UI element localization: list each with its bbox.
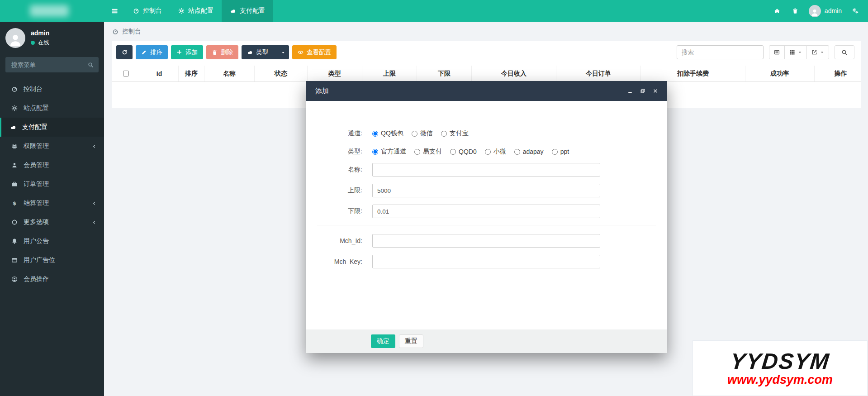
lower-limit-field-row: 下限: <box>313 204 667 219</box>
dialog-footer: 确定 重置 <box>306 329 667 353</box>
channel-radio[interactable] <box>412 131 417 137</box>
channel-radio[interactable] <box>441 131 447 137</box>
type-option-2[interactable]: 易支付 <box>414 148 442 156</box>
sidebar-item-8[interactable]: 更多选项 <box>0 213 104 232</box>
mch-id-input[interactable] <box>372 234 600 248</box>
type-radio[interactable] <box>552 149 558 155</box>
trash-button[interactable] <box>786 0 804 22</box>
type-option-label: 易支付 <box>423 148 442 156</box>
lower-limit-label: 下限: <box>313 207 362 215</box>
user-icon <box>8 33 23 48</box>
search-icon <box>88 62 94 68</box>
column-header-9: 今日订单 <box>556 66 640 81</box>
channel-option-2[interactable]: 微信 <box>412 129 433 138</box>
type-option-5[interactable]: adapay <box>514 148 544 155</box>
user-icon <box>10 162 19 168</box>
caret-down-icon[interactable] <box>277 45 289 59</box>
channel-option-label: QQ钱包 <box>381 129 403 138</box>
lower-limit-input[interactable] <box>372 205 600 218</box>
column-header-5: 类型 <box>307 66 362 81</box>
confirm-button[interactable]: 确定 <box>371 334 395 348</box>
sidebar-item-4[interactable]: 权限管理 <box>0 137 104 156</box>
type-radio[interactable] <box>514 149 520 155</box>
watermark: YYDSYM www.yydsym.com <box>693 340 868 396</box>
type-radio[interactable] <box>372 149 378 155</box>
sidebar-toggle-button[interactable] <box>104 0 125 22</box>
sidebar-item-3[interactable]: 支付配置 <box>0 118 104 137</box>
channel-option-1[interactable]: QQ钱包 <box>372 129 403 138</box>
add-dialog: 添加 通道: QQ钱包微信支付宝 类型: 官方通道易支付QQD0小微adapay… <box>306 81 667 353</box>
export-icon <box>811 49 817 55</box>
name-field-row: 名称: <box>313 162 667 177</box>
user-menu[interactable]: admin <box>804 5 846 17</box>
top-nav-item-3[interactable]: 支付配置 <box>222 0 273 22</box>
sidebar-search-input[interactable] <box>10 61 88 69</box>
name-input[interactable] <box>372 163 600 177</box>
column-header-3: 名称 <box>204 66 254 81</box>
type-option-4[interactable]: 小微 <box>485 148 506 156</box>
column-header-10: 扣除手续费 <box>640 66 745 81</box>
sidebar-item-6[interactable]: 订单管理 <box>0 175 104 194</box>
button-label: 删除 <box>221 48 233 57</box>
upper-limit-field-row: 上限: <box>313 183 667 198</box>
restore-button[interactable] <box>637 86 648 96</box>
column-header-8: 今日收入 <box>471 66 556 81</box>
sidebar-item-2[interactable]: 站点配置 <box>0 99 104 118</box>
sidebar-item-11[interactable]: 会员操作 <box>0 270 104 289</box>
search-button[interactable] <box>835 45 854 59</box>
refresh-button[interactable] <box>116 45 133 59</box>
dialog-titlebar[interactable]: 添加 <box>306 81 667 101</box>
select-all-checkbox[interactable] <box>123 71 129 76</box>
close-button[interactable] <box>650 86 661 96</box>
user-circle-icon <box>10 276 19 282</box>
dollar-icon: $ <box>10 200 19 206</box>
settings-button[interactable] <box>846 0 864 22</box>
sort-button[interactable]: 排序 <box>136 45 168 59</box>
sidebar-item-10[interactable]: 用户广告位 <box>0 251 104 270</box>
add-button[interactable]: 添加 <box>171 45 203 59</box>
columns-button[interactable] <box>784 45 807 59</box>
sidebar-item-9[interactable]: 用户公告 <box>0 232 104 251</box>
mch-key-input[interactable] <box>372 255 600 268</box>
view-config-button[interactable]: 查看配置 <box>292 45 337 59</box>
sidebar-item-label: 站点配置 <box>24 104 49 112</box>
upper-limit-input[interactable] <box>372 184 600 197</box>
type-radio[interactable] <box>414 149 420 155</box>
channel-radio-group: QQ钱包微信支付宝 <box>372 129 477 138</box>
minimize-button[interactable] <box>625 86 636 96</box>
top-nav-item-2[interactable]: 站点配置 <box>170 0 222 22</box>
export-button[interactable] <box>806 45 829 59</box>
sidebar-item-label: 支付配置 <box>22 123 47 131</box>
select-all-checkbox-cell <box>112 66 140 81</box>
type-option-3[interactable]: QQD0 <box>450 148 477 155</box>
reset-button[interactable]: 重置 <box>399 334 423 348</box>
gear-icon <box>178 8 185 14</box>
delete-button[interactable]: 删除 <box>206 45 238 59</box>
channel-option-3[interactable]: 支付宝 <box>441 129 469 138</box>
channel-field-row: 通道: QQ钱包微信支付宝 <box>313 127 667 140</box>
sidebar-item-7[interactable]: $结算管理 <box>0 194 104 213</box>
type-radio[interactable] <box>485 149 491 155</box>
type-option-1[interactable]: 官方通道 <box>372 148 406 156</box>
button-label: 排序 <box>150 48 162 57</box>
table-search-input[interactable] <box>677 45 764 59</box>
sidebar-item-label: 结算管理 <box>24 199 49 207</box>
sidebar-item-label: 更多选项 <box>24 218 49 226</box>
detail-view-button[interactable] <box>769 45 785 59</box>
sidebar-item-label: 会员管理 <box>24 161 49 169</box>
logo-blur <box>30 5 69 17</box>
channel-radio[interactable] <box>372 131 378 137</box>
gauge-icon <box>133 8 139 14</box>
sidebar-item-1[interactable]: 控制台 <box>0 80 104 99</box>
type-radio[interactable] <box>450 149 456 155</box>
type-button[interactable]: 类型 <box>242 45 289 59</box>
gauge-icon <box>10 86 19 92</box>
column-header-12: 操作 <box>814 66 867 81</box>
type-option-6[interactable]: ppt <box>552 148 569 155</box>
trash-icon <box>212 49 218 55</box>
home-button[interactable] <box>768 0 786 22</box>
cloud-icon <box>9 124 17 130</box>
sidebar-item-5[interactable]: 会员管理 <box>0 156 104 175</box>
top-nav-item-1[interactable]: 控制台 <box>125 0 170 22</box>
table-toolbar: 排序添加删除类型查看配置 <box>112 41 861 64</box>
